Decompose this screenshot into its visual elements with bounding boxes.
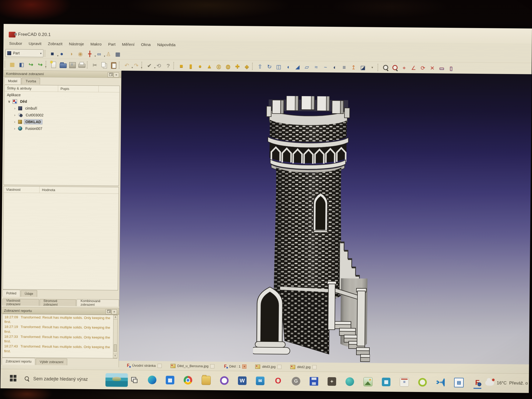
news-widget-icon[interactable] [105, 373, 128, 387]
file-explorer-icon[interactable] [202, 376, 211, 385]
revolve-icon[interactable]: ↻ [265, 62, 273, 70]
scroll-down-icon[interactable]: ∨ [113, 354, 117, 358]
section-icon[interactable]: ◐ [331, 63, 339, 71]
tree-item-fusion007[interactable]: › Fusion007 [4, 125, 119, 133]
menu-item[interactable]: Okna [141, 42, 151, 47]
dock-tab-kombinovane-zobrazeni[interactable]: Kombinované zobrazení [77, 299, 119, 306]
toolbar-handle[interactable] [5, 61, 7, 68]
whats-this-icon[interactable]: ? [164, 62, 172, 70]
grid-app-icon[interactable]: ▦ [382, 377, 390, 386]
combo-view-header[interactable]: Kombinované zobrazení ✕ [4, 70, 121, 78]
media-app-icon[interactable] [345, 377, 354, 386]
mannequin-icon[interactable]: ♙ [104, 50, 112, 58]
property-column-hodnota[interactable]: Hodnota [39, 187, 115, 194]
mdi-tab-ded3[interactable]: děd3.jpg [254, 364, 283, 370]
mdi-tab-ded-1[interactable]: F Děd : 1 ✕ [222, 363, 248, 369]
lime-app-icon[interactable] [418, 378, 427, 386]
cut-icon[interactable]: ✂ [91, 61, 99, 69]
word-icon[interactable]: W [238, 376, 247, 385]
tree-item-obklad[interactable]: › OBKLAD [4, 118, 119, 126]
refresh-icon[interactable]: ⟲ [155, 62, 163, 70]
close-tab-icon[interactable] [210, 364, 214, 368]
close-tab-icon[interactable] [277, 365, 282, 369]
3d-viewport[interactable] [119, 71, 532, 364]
toggle-measure-icon[interactable]: ▭ [437, 64, 445, 72]
save-icon[interactable] [68, 61, 76, 69]
sphere-primitive-icon[interactable]: ● [196, 62, 204, 70]
menu-item[interactable]: Upravit [29, 41, 41, 46]
mdi-tab-uvodni-stranka[interactable]: F Úvodní stránka [125, 363, 163, 369]
copy-icon[interactable] [100, 61, 108, 69]
task-view-icon[interactable] [130, 375, 138, 384]
measure-linear-icon[interactable]: ⌖ [400, 64, 408, 72]
compound-tools-icon[interactable]: ■▾ [48, 49, 56, 57]
report-scrollbar[interactable]: ∧ ∨ [113, 315, 118, 358]
close-panel-icon[interactable]: ✕ [111, 309, 117, 314]
microsoft-store-icon[interactable]: ▦ [166, 376, 174, 384]
dock-tab-vlastnosti-zobrazeni[interactable]: Vlastnosti zobrazení [2, 299, 39, 306]
import-icon[interactable]: ↪ [27, 60, 35, 68]
tray-temperature[interactable]: 16°C [497, 381, 507, 386]
chamfer-icon[interactable]: ◢ [293, 63, 301, 71]
edge-icon[interactable] [148, 375, 156, 384]
taskbar-search[interactable] [24, 374, 105, 385]
measure-refresh-icon[interactable]: ⟳ [419, 64, 427, 72]
extrude-icon[interactable]: ⇧ [256, 62, 264, 70]
folder-blue-icon[interactable]: ◧ [18, 60, 26, 68]
toggle-dimensions-icon[interactable]: ▯ [447, 64, 455, 72]
float-panel-icon[interactable] [108, 72, 113, 77]
paste-icon[interactable] [109, 61, 117, 69]
validate-icon[interactable]: ✔▾ [145, 61, 153, 69]
toolbar-handle[interactable] [45, 50, 47, 57]
tab-udaje[interactable]: Údaje [21, 290, 37, 297]
export-icon[interactable]: ↪▾ [36, 61, 44, 69]
cone-primitive-icon[interactable]: ▲ [205, 62, 213, 70]
close-tab-icon[interactable] [312, 365, 317, 369]
tree-item-ded[interactable]: ∨ Děd [4, 98, 119, 106]
menu-item[interactable]: Měření [122, 42, 135, 47]
tree-column-popis[interactable]: Popis [58, 85, 99, 92]
boolean-cut-icon[interactable]: ◑ [67, 50, 75, 58]
tab-vyber-zobrazeni[interactable]: Výběr zobrazení [36, 358, 67, 365]
csn-app-icon[interactable]: ≡ [400, 377, 409, 387]
chevron-collapsed-icon[interactable]: › [13, 113, 16, 117]
tab-model[interactable]: Model [4, 77, 21, 84]
tab-tvorba[interactable]: Tvorba [22, 78, 40, 85]
menu-item[interactable]: Nástroje [69, 42, 84, 46]
cylinder-primitive-icon[interactable]: ▮ [187, 62, 195, 70]
start-button[interactable] [10, 375, 17, 382]
mirror-icon[interactable]: ◫ [275, 63, 283, 71]
cross-sections-icon[interactable]: ≡ [340, 63, 348, 71]
measure-angular-icon[interactable]: ∠ [409, 64, 417, 72]
mdi-tab-ded2[interactable]: děd2.jpg [289, 364, 318, 370]
offset-icon[interactable]: ↥ [349, 63, 357, 71]
scroll-up-icon[interactable]: ∧ [114, 316, 117, 320]
sweep-icon[interactable]: ~ [321, 63, 329, 71]
chevron-collapsed-icon[interactable]: › [13, 120, 16, 124]
search-input[interactable] [33, 376, 101, 382]
fillet-icon[interactable]: ◖ [284, 63, 292, 71]
compound-from-mesh-icon[interactable]: ◈ [243, 62, 251, 70]
torus-primitive-icon[interactable]: ◎ [215, 62, 223, 70]
scrollbar-thumb[interactable] [114, 344, 117, 352]
chevron-expanded-icon[interactable]: ∨ [8, 99, 11, 103]
mdi-tab-ded-u-berouna[interactable]: Děd_u_Berouna.jpg [169, 363, 215, 369]
tab-pohled[interactable]: Pohled [2, 290, 20, 297]
chevron-collapsed-icon[interactable]: › [13, 127, 16, 130]
tree-column-labels[interactable]: Štítky & atributy [5, 85, 58, 92]
tree-root-application[interactable]: Aplikace [5, 91, 119, 99]
menu-item[interactable]: Zobrazit [48, 41, 62, 46]
join-features-icon[interactable]: ∞▾ [95, 50, 103, 58]
open-document-icon[interactable] [59, 61, 67, 69]
tree-item-cut003002[interactable]: › Cut003002 [4, 111, 119, 119]
float-panel-icon[interactable] [105, 309, 111, 314]
report-view-header[interactable]: Zobrazení reportu ✕ [2, 307, 119, 315]
tube-primitive-icon[interactable]: ◍ [224, 62, 232, 70]
loft-icon[interactable]: ≈ [312, 63, 320, 71]
workbench-selector[interactable]: Part ▾ [5, 49, 43, 57]
close-panel-icon[interactable]: ✕ [114, 72, 119, 77]
measure-clear-icon[interactable]: ✕ [428, 64, 436, 72]
tray-weather-condition[interactable]: Převáž. o [509, 381, 528, 386]
tab-zobrazeni-reportu[interactable]: Zobrazení reportu [2, 358, 36, 365]
tree-item-cimburi[interactable]: › cimbuří [4, 105, 119, 112]
